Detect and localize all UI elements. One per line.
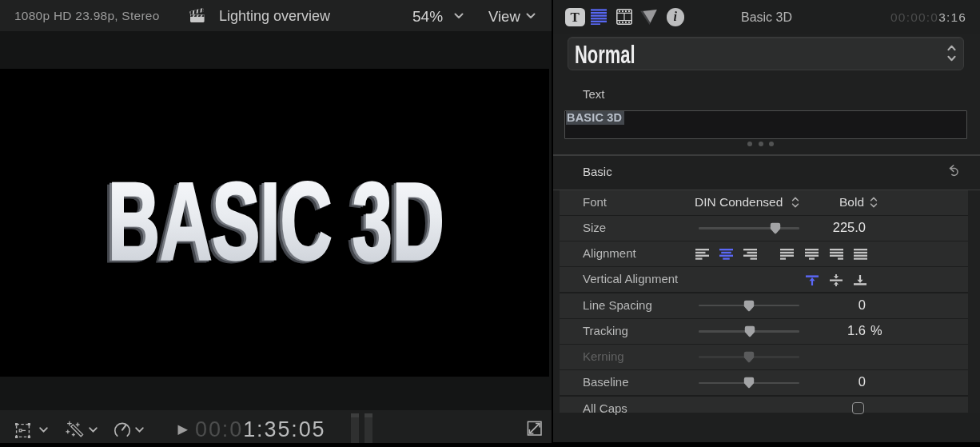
- svg-text:BASIC 3D: BASIC 3D: [108, 159, 444, 282]
